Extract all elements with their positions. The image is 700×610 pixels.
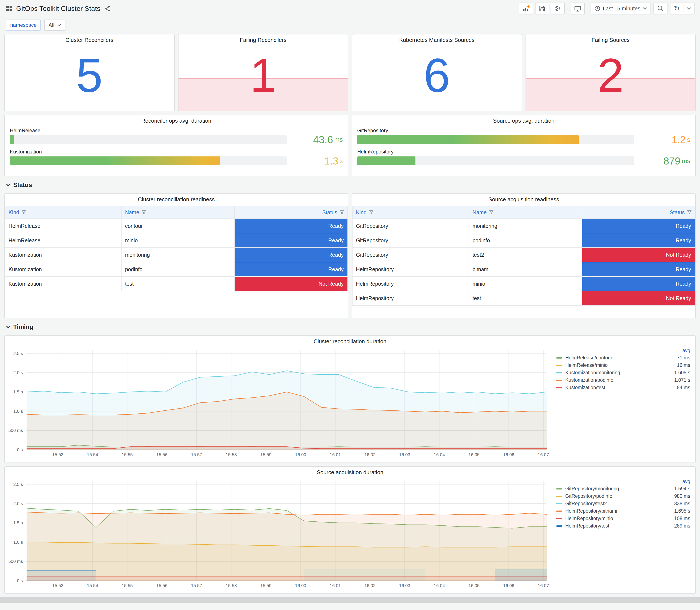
series-color-swatch[interactable] — [556, 372, 562, 373]
panel-title[interactable]: Cluster Reconcilers — [5, 34, 174, 46]
panel-title[interactable]: Reconciler ops avg. duration — [5, 115, 348, 126]
section-header-status[interactable]: Status — [4, 180, 696, 190]
legend-avg-header[interactable]: avg — [556, 347, 690, 354]
column-header-kind[interactable]: Kind — [352, 206, 469, 219]
series-color-swatch[interactable] — [556, 357, 562, 358]
add-panel-button[interactable] — [519, 2, 533, 14]
svg-text:2.0 s: 2.0 s — [13, 501, 23, 506]
panel-title[interactable]: Kubernetes Manifests Sources — [352, 34, 522, 46]
column-header-status[interactable]: Status — [234, 206, 348, 219]
refresh-interval-dropdown[interactable] — [683, 2, 695, 14]
status-cell: Not Ready — [582, 291, 695, 305]
legend-series-name[interactable]: Kustomization/podinfo — [565, 377, 613, 383]
gauge-value-number: 43.6 — [313, 134, 333, 146]
legend-series-name[interactable]: HelmRepository/test — [565, 523, 609, 529]
series-color-swatch[interactable] — [556, 503, 562, 504]
panel-title[interactable]: Source acquisition duration — [5, 467, 695, 478]
readiness-table: Kind Name Status HelmReleasecontourReady… — [5, 206, 348, 291]
series-color-swatch[interactable] — [556, 387, 562, 388]
panel-title[interactable]: Failing Sources — [526, 34, 696, 46]
gauge-bar — [10, 157, 220, 165]
series-color-swatch[interactable] — [556, 525, 562, 527]
share-icon[interactable] — [104, 5, 111, 12]
series-color-swatch[interactable] — [556, 488, 562, 489]
time-series-plot[interactable]: 15:5315:5415:5515:5615:5715:5815:5916:00… — [6, 478, 550, 589]
stat-value: 6 — [424, 46, 450, 99]
legend-series-name[interactable]: Kustomization/monitoring — [565, 370, 620, 375]
legend-series-name[interactable]: GitRepository/test2 — [565, 501, 607, 507]
legend-series-name[interactable]: GitRepository/podinfo — [565, 493, 612, 499]
table-header-row: Kind Name Status — [352, 206, 695, 219]
column-header-status[interactable]: Status — [582, 206, 695, 219]
monitor-icon — [574, 5, 581, 12]
svg-text:16:07: 16:07 — [538, 452, 549, 457]
legend-series-name[interactable]: HelmRepository/bitnami — [565, 508, 617, 514]
chart-legend: avgGitRepository/monitoring1.594 sGitRep… — [550, 478, 692, 589]
clock-icon — [595, 5, 600, 12]
legend-series-name[interactable]: HelmRelease/minio — [565, 363, 607, 368]
series-color-swatch[interactable] — [556, 365, 562, 366]
svg-text:2.5 s: 2.5 s — [13, 351, 23, 356]
variable-namespace-label[interactable]: namespace — [6, 19, 41, 31]
table-row: GitRepositorytest2Not Ready — [352, 247, 695, 262]
panel-title[interactable]: Cluster reconciliation readiness — [5, 194, 348, 205]
series-color-swatch[interactable] — [556, 511, 562, 512]
column-header-name[interactable]: Name — [121, 206, 234, 219]
legend-avg-header[interactable]: avg — [556, 478, 690, 485]
name-cell: minio — [469, 276, 582, 291]
panel-title[interactable]: Source ops avg. duration — [352, 115, 695, 126]
legend-series-name[interactable]: HelmRepository/minio — [565, 516, 613, 521]
cycle-view-button[interactable] — [571, 2, 585, 14]
filter-icon[interactable] — [340, 210, 344, 214]
svg-text:1.5 s: 1.5 s — [13, 389, 23, 394]
column-label: Kind — [356, 209, 367, 215]
panel-title[interactable]: Source acquisition readiness — [352, 194, 695, 205]
time-series-plot[interactable]: 15:5315:5415:5515:5615:5715:5815:5916:00… — [6, 347, 550, 458]
series-color-swatch[interactable] — [556, 496, 562, 497]
legend-series-name[interactable]: HelmRelease/contour — [565, 355, 612, 361]
kind-cell: HelmRepository — [352, 276, 469, 291]
svg-text:15:58: 15:58 — [226, 583, 237, 588]
filter-icon[interactable] — [22, 210, 26, 214]
svg-text:15:57: 15:57 — [191, 583, 202, 588]
gauge-value-unit: ms — [334, 136, 343, 143]
panel-title[interactable]: Failing Reconcilers — [179, 34, 348, 46]
legend-item: GitRepository/monitoring1.594 s — [556, 485, 690, 493]
svg-text:2.5 s: 2.5 s — [13, 482, 23, 487]
status-cell: Not Ready — [234, 276, 348, 291]
stat-body: 5 — [5, 34, 174, 111]
save-dashboard-button[interactable] — [535, 2, 549, 14]
svg-text:0 s: 0 s — [17, 447, 23, 452]
filter-icon[interactable] — [369, 210, 373, 214]
table-panel-source-acquisition-readiness: Source acquisition readiness Kind Name S… — [352, 193, 696, 318]
svg-text:16:03: 16:03 — [399, 583, 410, 588]
legend-series-name[interactable]: GitRepository/monitoring — [565, 486, 619, 492]
svg-text:1.0 s: 1.0 s — [13, 409, 23, 414]
legend-series-name[interactable]: Kustomization/test — [565, 385, 605, 390]
legend-item: HelmRepository/bitnami1.695 s — [556, 507, 690, 515]
gauges-row: Reconciler ops avg. duration HelmRelease… — [4, 115, 696, 176]
gauge-value-number: 1.3 — [324, 155, 338, 167]
section-header-timing[interactable]: Timing — [4, 322, 696, 332]
column-header-kind[interactable]: Kind — [5, 206, 121, 219]
chevron-down-icon — [58, 24, 61, 26]
time-range-picker[interactable]: Last 15 minutes — [590, 2, 651, 14]
apps-grid-icon[interactable] — [6, 5, 12, 12]
svg-text:500 ms: 500 ms — [8, 559, 23, 564]
settings-button[interactable]: ⚙ — [551, 2, 565, 14]
table-row: KustomizationmonitoringReady — [5, 247, 348, 262]
series-color-swatch[interactable] — [556, 380, 562, 381]
filter-icon[interactable] — [687, 210, 691, 214]
legend-item: GitRepository/podinfo980 ms — [556, 493, 690, 500]
bar-gauge-row: HelmRepository 879 ms — [357, 149, 690, 165]
filter-icon[interactable] — [489, 210, 493, 214]
svg-text:1.5 s: 1.5 s — [13, 520, 23, 525]
zoom-out-button[interactable] — [653, 2, 667, 14]
name-cell: test — [469, 291, 582, 305]
filter-icon[interactable] — [142, 210, 146, 214]
panel-title[interactable]: Cluster reconciliation duration — [5, 336, 695, 347]
series-color-swatch[interactable] — [556, 518, 562, 519]
column-header-name[interactable]: Name — [469, 206, 582, 219]
refresh-button[interactable]: ↻ — [670, 2, 683, 14]
variable-namespace-select[interactable]: All — [44, 19, 65, 31]
